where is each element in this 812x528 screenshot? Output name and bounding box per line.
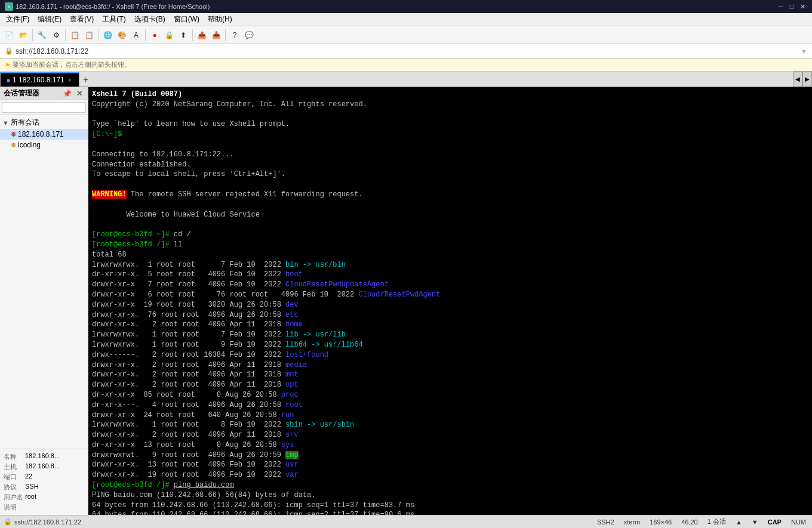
toolbar-session2[interactable]: ⚙: [50, 29, 63, 42]
term-line-21: drwxr-xr-x 6 root root 76 root root 4096…: [92, 290, 808, 300]
sidebar-title: 会话管理器: [4, 88, 39, 98]
status-right: SSH2 xterm 169×46 46,20 1 会话 ▲ ▼ CAP NUM: [595, 517, 808, 526]
address-lock-icon: 🔒: [5, 47, 13, 55]
prop-label-desc: 说明: [4, 503, 25, 512]
toolbar-upload[interactable]: 📤: [195, 29, 208, 42]
sidebar-pin-icon[interactable]: 📌: [61, 89, 73, 98]
tab-next-button[interactable]: ▶: [802, 71, 812, 87]
term-line-38: drwxr-xr-x. 13 root root 4096 Feb 10 202…: [92, 460, 808, 470]
term-line-39: drwxr-xr-x. 19 root root 4096 Feb 10 202…: [92, 470, 808, 480]
term-line-43: 64 bytes from 110.242.68.66 (110.242.68.…: [92, 510, 808, 515]
menu-file[interactable]: 文件(F): [2, 13, 33, 26]
menu-tools[interactable]: 工具(T): [99, 13, 129, 26]
status-left: 🔒 ssh://182.160.8.171:22: [4, 518, 81, 526]
tabs-bar: ■ 1 182.160.8.171 × + ◀ ▶: [0, 72, 812, 87]
sidebar-item-session-1[interactable]: ❋ 182.160.8.171: [0, 129, 88, 140]
prop-row-host: 主机 182.160.8...: [4, 462, 84, 472]
prop-row-protocol: 协议 SSH: [4, 482, 84, 492]
status-dimensions: 169×46: [647, 518, 674, 526]
prop-label-protocol: 协议: [4, 483, 25, 492]
menu-view[interactable]: 查看(V): [66, 13, 97, 26]
toolbar-font[interactable]: A: [130, 29, 143, 42]
tab-icon: ■: [7, 77, 10, 84]
sidebar-search-input[interactable]: [2, 102, 86, 113]
term-line-18: lrwxrwxrwx. 1 root root 7 Feb 10 2022 bi…: [92, 260, 808, 270]
status-connection: ssh://182.160.8.171:22: [14, 518, 81, 526]
session-bar-message: 要添加当前会话，点击左侧的箭头按钮。: [13, 60, 131, 69]
term-line-28: drwxr-xr-x. 2 root root 4096 Apr 11 2018…: [92, 360, 808, 370]
session-bar-icon: ➤: [5, 61, 10, 69]
toolbar-open[interactable]: 📂: [17, 29, 30, 42]
term-line-3: [92, 110, 808, 120]
menu-edit[interactable]: 编辑(E): [34, 13, 65, 26]
minimize-button[interactable]: ─: [776, 2, 786, 11]
term-line-41: PING baidu.com (110.242.68.66) 56(84) by…: [92, 490, 808, 501]
toolbar-globe[interactable]: 🌐: [101, 29, 114, 42]
toolbar-new-file[interactable]: 📄: [2, 29, 16, 42]
maximize-button[interactable]: □: [787, 2, 796, 11]
address-dropdown[interactable]: ▼: [801, 48, 807, 55]
menu-help[interactable]: 帮助(H): [204, 13, 236, 26]
term-line-23: drwxr-xr-x. 76 root root 4096 Aug 26 20:…: [92, 310, 808, 320]
term-line-10: [92, 180, 808, 190]
term-line-26: lrwxrwxrwx. 1 root root 9 Feb 10 2022 li…: [92, 340, 808, 350]
sidebar-item-all-sessions[interactable]: ▼ 所有会话: [0, 116, 88, 129]
toolbar-lock[interactable]: 🔒: [162, 29, 176, 42]
active-tab[interactable]: ■ 1 182.160.8.171 ×: [0, 72, 79, 87]
term-line-29: drwxr-xr-x. 2 root root 4096 Apr 11 2018…: [92, 370, 808, 380]
term-line-34: lrwxrwxrwx. 1 root root 8 Feb 10 2022 sb…: [92, 420, 808, 430]
tab-prev-button[interactable]: ◀: [793, 71, 802, 87]
toolbar-color[interactable]: 🎨: [115, 29, 128, 42]
prop-label-username: 用户名: [4, 493, 25, 502]
add-tab-button[interactable]: +: [79, 73, 93, 87]
term-line-24: drwxr-xr-x. 2 root root 4096 Apr 11 2018…: [92, 320, 808, 330]
menu-tabs[interactable]: 选项卡(B): [131, 13, 169, 26]
sidebar-item-session-2[interactable]: ❋ icoding: [0, 140, 88, 150]
terminal[interactable]: Xshell 7 (Build 0087) Copyright (c) 2020…: [88, 87, 812, 515]
term-line-36: dr-xr-xr-x 13 root root 0 Aug 26 20:58 s…: [92, 440, 808, 450]
prop-value-port: 22: [25, 473, 84, 481]
address-url[interactable]: ssh://182.160.8.171:22: [16, 47, 88, 55]
prop-value-desc: [25, 503, 84, 512]
term-line-27: drwx------. 2 root root 16384 Feb 10 202…: [92, 350, 808, 360]
tab-close-button[interactable]: ×: [67, 77, 73, 84]
sidebar-close-icon[interactable]: ✕: [75, 89, 84, 98]
toolbar-separator-1: [32, 29, 33, 41]
term-line-40: [root@ecs-b3fd /]# ping baidu.com: [92, 480, 808, 490]
prop-value-username: root: [25, 493, 84, 502]
app-window: X 182.160.8.171 - root@ecs-b3fd:/ - Xshe…: [0, 0, 812, 528]
tree-item-session-1-label: 182.160.8.171: [18, 130, 64, 138]
session-icon-1: ❋: [11, 131, 16, 138]
term-line-30: drwxr-xr-x. 2 root root 4096 Apr 11 2018…: [92, 380, 808, 390]
status-lock-icon: 🔒: [4, 518, 12, 526]
term-line-7: Connecting to 182.160.8.171:22...: [92, 150, 808, 160]
term-line-6: [92, 140, 808, 150]
tab-navigation: ◀ ▶: [793, 71, 812, 87]
term-line-5: [C:\~]$: [92, 129, 808, 140]
toolbar-session[interactable]: 🔧: [35, 29, 48, 42]
toolbar-separator-6: [225, 29, 226, 41]
toolbar-transfer[interactable]: ⬆: [177, 29, 190, 42]
toolbar-download[interactable]: 📥: [210, 29, 223, 42]
title-bar: X 182.160.8.171 - root@ecs-b3fd:/ - Xshe…: [0, 0, 812, 13]
term-line-35: drwxr-xr-x. 2 root root 4096 Apr 11 2018…: [92, 430, 808, 440]
sidebar-search: [0, 100, 88, 115]
prop-row-port: 端口 22: [4, 472, 84, 482]
properties-panel: 名称 182.160.8... 主机 182.160.8... 端口 22 协议…: [0, 449, 88, 515]
prop-value-host: 182.160.8...: [25, 462, 84, 471]
toolbar-paste[interactable]: 📋: [82, 29, 96, 42]
toolbar-chat[interactable]: 💬: [242, 29, 256, 42]
sidebar-header: 会话管理器 📌 ✕: [0, 87, 88, 100]
prop-row-username: 用户名 root: [4, 492, 84, 502]
toolbar-record[interactable]: ●: [148, 29, 161, 42]
menu-window[interactable]: 窗口(W): [170, 13, 203, 26]
toolbar-separator-5: [192, 29, 193, 41]
status-terminal: xterm: [622, 518, 643, 526]
app-icon: X: [5, 2, 13, 11]
term-line-16: [root@ecs-b3fd /]# ll: [92, 240, 808, 250]
close-button[interactable]: ✕: [798, 2, 807, 11]
toolbar-separator-4: [145, 29, 146, 41]
toolbar-copy[interactable]: 📋: [68, 29, 81, 42]
term-line-12: [92, 200, 808, 210]
toolbar-help[interactable]: ?: [228, 29, 241, 42]
